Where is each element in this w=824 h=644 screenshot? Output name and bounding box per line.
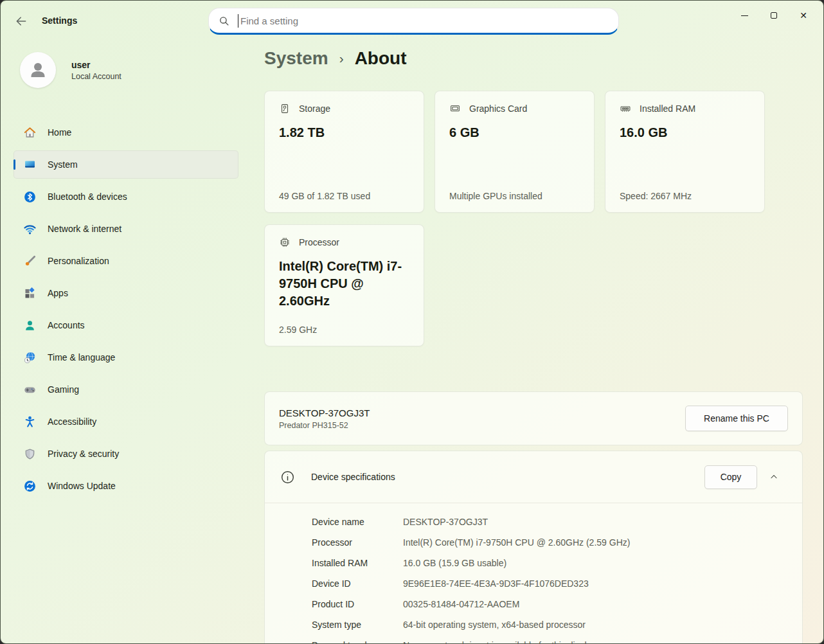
sidebar-item-accessibility[interactable]: Accessibility [13,407,238,436]
spec-row-device-id: Device ID 9E96E1E8-74EE-4E3A-9D3F-4F1076… [312,573,802,594]
spec-row-processor: Processor Intel(R) Core(TM) i7-9750H CPU… [312,532,802,553]
home-icon [23,126,37,139]
sidebar-item-network-internet[interactable]: Network & internet [13,215,238,243]
sidebar-item-system[interactable]: System [13,150,238,179]
sidebar-item-time-language[interactable]: Time & language [13,343,238,371]
card-footer: 2.59 GHz [279,325,317,335]
sidebar-item-label: Accessibility [48,416,96,427]
device-specifications-title: Device specifications [311,472,395,482]
maximize-button[interactable] [759,1,789,30]
close-button[interactable]: ✕ [789,1,818,30]
sidebar-item-label: Home [48,127,71,138]
sidebar-item-label: Bluetooth & devices [48,192,127,202]
window-controls: ✕ [730,1,818,31]
sidebar-item-apps[interactable]: Apps [13,279,238,307]
bluetooth-icon [23,190,37,204]
avatar [20,52,56,88]
spec-label: Product ID [312,599,403,609]
spec-label: Pen and touch [312,640,403,644]
processor-card: Processor Intel(R) Core(TM) i7-9750H CPU… [264,224,424,346]
card-value: 1.82 TB [279,124,409,141]
device-specifications-body: Device name DESKTOP-37OGJ3T Processor In… [265,503,802,644]
card-label: Storage [299,103,330,114]
card-label: Graphics Card [469,103,527,114]
sidebar-item-label: Accounts [48,320,85,330]
search-input[interactable] [238,15,618,26]
breadcrumb-separator-icon: › [339,51,344,66]
accessibility-icon [23,415,37,429]
user-name: user [71,60,121,70]
sidebar-item-accounts[interactable]: Accounts [13,311,238,339]
card-value: 6 GB [449,124,580,141]
minimize-button[interactable] [730,1,759,30]
user-avatar-icon [27,59,49,81]
network-icon [23,222,37,236]
card-footer: Multiple GPUs installed [449,191,542,201]
card-footer: 49 GB of 1.82 TB used [279,191,370,201]
spec-row-product-id: Product ID 00325-81484-04712-AAOEM [312,594,802,614]
time-language-icon [23,351,37,364]
processor-icon [279,237,291,248]
back-button[interactable] [13,13,29,29]
system-icon [23,158,37,172]
sidebar-item-bluetooth-devices[interactable]: Bluetooth & devices [13,183,238,211]
sidebar-item-personalization[interactable]: Personalization [13,247,238,275]
installed-ram-card: Installed RAM 16.0 GB Speed: 2667 MHz [605,91,765,213]
collapse-button[interactable] [761,465,787,489]
spec-label: System type [312,620,403,630]
device-specifications-panel: Device specifications Copy Device name D… [264,451,803,644]
sidebar-item-label: Gaming [48,384,79,395]
spec-value: 9E96E1E8-74EE-4E3A-9D3F-4F1076DED323 [403,578,589,589]
page-title: About [355,48,407,69]
spec-value: Intel(R) Core(TM) i7-9750H CPU @ 2.60GHz… [403,537,630,548]
spec-value: DESKTOP-37OGJ3T [403,517,488,527]
apps-icon [23,287,37,300]
spec-row-system-type: System type 64-bit operating system, x64… [312,614,802,635]
device-specifications-header[interactable]: Device specifications Copy [265,451,802,503]
privacy-shield-icon [23,447,37,461]
sidebar-item-home[interactable]: Home [13,118,238,147]
gaming-icon [23,383,37,397]
card-label: Processor [299,237,339,247]
graphics-card-card: Graphics Card 6 GB Multiple GPUs install… [434,91,595,213]
user-account-type: Local Account [71,72,121,81]
device-model: Predator PH315-52 [279,421,370,430]
spec-value: No pen or touch input is available for t… [403,640,596,644]
sidebar-item-privacy-security[interactable]: Privacy & security [13,440,238,468]
graphics-card-icon [449,103,461,114]
spec-label: Processor [312,537,403,548]
maximize-icon [771,12,777,19]
search-box[interactable] [208,8,619,35]
card-label: Installed RAM [640,103,695,114]
chevron-up-icon [769,472,778,481]
sidebar-item-gaming[interactable]: Gaming [13,375,238,404]
spec-row-installed-ram: Installed RAM 16.0 GB (15.9 GB usable) [312,553,802,573]
sidebar-item-label: Network & internet [48,224,121,234]
close-icon: ✕ [800,11,807,20]
spec-row-pen-and-touch: Pen and touch No pen or touch input is a… [312,635,802,644]
sidebar: user Local Account Home System Bluetooth… [1,37,255,643]
card-footer: Speed: 2667 MHz [620,191,692,201]
storage-icon [279,103,291,114]
user-account-block[interactable]: user Local Account [20,52,121,88]
spec-row-device-name: Device name DESKTOP-37OGJ3T [312,512,802,532]
spec-label: Device name [312,517,403,527]
spec-value: 16.0 GB (15.9 GB usable) [403,558,506,568]
app-title: Settings [42,15,77,26]
titlebar: Settings ✕ [1,1,823,37]
copy-button[interactable]: Copy [704,465,757,489]
breadcrumb-parent[interactable]: System [264,48,328,69]
sidebar-item-label: System [48,159,78,170]
ram-icon [620,103,631,114]
main-content: System › About Storage 1.82 TB 49 GB of … [263,37,823,643]
search-icon [219,15,229,26]
card-value: Intel(R) Core(TM) i7-9750H CPU @ 2.60GHz [279,258,409,310]
rename-pc-button[interactable]: Rename this PC [685,406,788,431]
accounts-icon [23,319,37,332]
spec-value: 64-bit operating system, x64-based proce… [403,620,586,630]
windows-update-icon [23,479,37,493]
info-icon [280,470,295,485]
sidebar-item-label: Apps [48,288,68,298]
sidebar-item-windows-update[interactable]: Windows Update [13,472,238,500]
storage-card: Storage 1.82 TB 49 GB of 1.82 TB used [264,91,424,213]
